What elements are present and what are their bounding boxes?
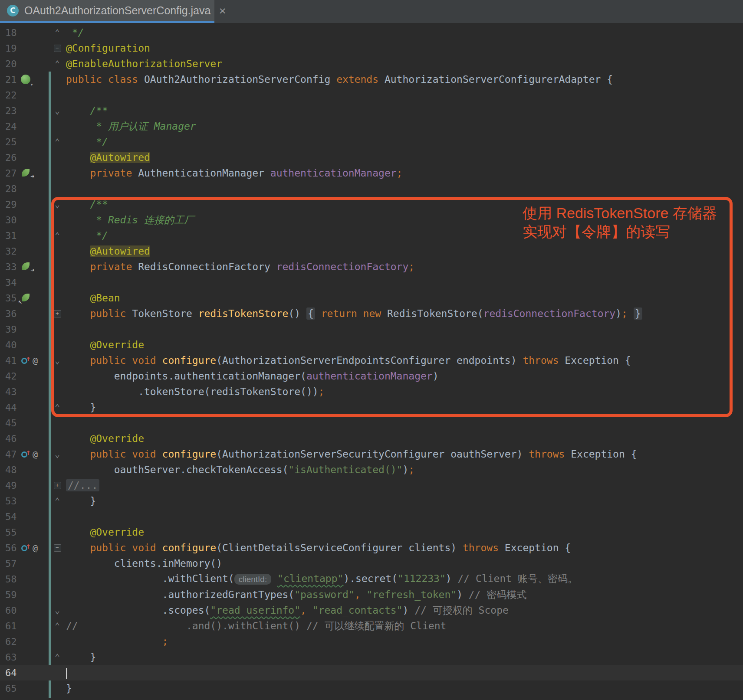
code-line-49[interactable]: 49+//...: [0, 478, 743, 493]
line-number[interactable]: 61: [0, 621, 20, 631]
fold-marker[interactable]: ⌃: [49, 652, 66, 662]
code-line-62[interactable]: 62 ;: [0, 634, 743, 649]
line-number[interactable]: 64: [0, 667, 20, 678]
file-tab[interactable]: C OAuth2AuthorizationServerConfig.java ×: [0, 0, 214, 21]
line-number[interactable]: 59: [0, 589, 20, 600]
code-line-63[interactable]: 63⌃ }: [0, 649, 743, 665]
autowired-icon[interactable]: ➜: [20, 261, 32, 273]
line-number[interactable]: 62: [0, 636, 20, 647]
code-line-29[interactable]: 29⌄ /**: [0, 196, 743, 212]
line-number[interactable]: 34: [0, 277, 20, 288]
code-line-36[interactable]: 36+ public TokenStore redisTokenStore() …: [0, 306, 743, 321]
line-number[interactable]: 45: [0, 418, 20, 429]
code-line-44[interactable]: 44⌃ }: [0, 399, 743, 415]
fold-marker[interactable]: ⌃: [49, 137, 66, 147]
code-line-22[interactable]: 22: [0, 87, 743, 103]
tab-close-icon[interactable]: ×: [218, 5, 226, 16]
line-number[interactable]: 65: [0, 683, 20, 694]
code-line-57[interactable]: 57 clients.inMemory(): [0, 556, 743, 571]
spring-bean-class-icon[interactable]: ▾: [20, 74, 32, 85]
code-line-55[interactable]: 55 @Override: [0, 524, 743, 540]
line-number[interactable]: 20: [0, 59, 20, 69]
code-line-33[interactable]: 33➜ private RedisConnectionFactory redis…: [0, 259, 743, 275]
line-number[interactable]: 44: [0, 402, 20, 413]
code-line-41[interactable]: 41↑@⌄ public void configure(Authorizatio…: [0, 353, 743, 368]
fold-marker[interactable]: ⌃: [49, 59, 66, 69]
override-method-icon[interactable]: ↑@: [20, 448, 41, 460]
line-number[interactable]: 46: [0, 433, 20, 444]
fold-marker[interactable]: ⌄: [49, 105, 66, 116]
code-line-34[interactable]: 34: [0, 275, 743, 290]
line-number[interactable]: 19: [0, 43, 20, 54]
code-line-48[interactable]: 48 oauthServer.checkTokenAccess("isAuthe…: [0, 462, 743, 478]
code-line-35[interactable]: 35↖ @Bean: [0, 290, 743, 306]
line-number[interactable]: 43: [0, 386, 20, 397]
line-number[interactable]: 25: [0, 137, 20, 147]
code-line-27[interactable]: 27➜ private AuthenticationManager authen…: [0, 165, 743, 181]
line-number[interactable]: 55: [0, 527, 20, 538]
line-number[interactable]: 54: [0, 511, 20, 522]
line-number[interactable]: 27: [0, 168, 20, 179]
bean-method-icon[interactable]: ↖: [20, 292, 32, 304]
fold-marker[interactable]: −: [49, 45, 66, 52]
line-number[interactable]: 58: [0, 574, 20, 585]
code-line-64[interactable]: 64: [0, 665, 743, 680]
code-line-42[interactable]: 42 endpoints.authenticationManager(authe…: [0, 368, 743, 384]
line-number[interactable]: 57: [0, 558, 20, 569]
code-line-59[interactable]: 59 .authorizedGrantTypes("password", "re…: [0, 587, 743, 602]
fold-marker[interactable]: +: [49, 310, 66, 317]
line-number[interactable]: 35: [0, 293, 20, 304]
fold-marker[interactable]: ⌄: [49, 605, 66, 615]
code-line-26[interactable]: 26 @Autowired: [0, 150, 743, 165]
code-line-18[interactable]: 18⌃ */: [0, 25, 743, 40]
code-line-30[interactable]: 30 * Redis 连接的工厂: [0, 212, 743, 228]
code-line-54[interactable]: 54: [0, 509, 743, 524]
line-number[interactable]: 21: [0, 74, 20, 85]
line-number[interactable]: 32: [0, 246, 20, 257]
line-number[interactable]: 36: [0, 308, 20, 319]
fold-marker[interactable]: ⌄: [49, 449, 66, 459]
fold-marker[interactable]: ⌃: [49, 230, 66, 241]
code-line-19[interactable]: 19−@Configuration: [0, 40, 743, 56]
code-line-58[interactable]: 58 .withClient(clientId: "clientapp").se…: [0, 571, 743, 587]
line-number[interactable]: 49: [0, 480, 20, 491]
line-number[interactable]: 26: [0, 152, 20, 163]
override-method-icon[interactable]: ↑@: [20, 355, 41, 366]
line-number[interactable]: 42: [0, 371, 20, 382]
code-line-24[interactable]: 24 * 用户认证 Manager: [0, 118, 743, 134]
line-number[interactable]: 31: [0, 230, 20, 241]
fold-marker[interactable]: −: [49, 544, 66, 552]
fold-marker[interactable]: ⌃: [49, 496, 66, 506]
line-number[interactable]: 23: [0, 105, 20, 116]
code-line-21[interactable]: 21▾public class OAuth2AuthorizationServe…: [0, 72, 743, 87]
line-number[interactable]: 47: [0, 449, 20, 460]
fold-marker[interactable]: ⌃: [49, 27, 66, 38]
line-number[interactable]: 39: [0, 324, 20, 335]
line-number[interactable]: 48: [0, 464, 20, 475]
line-number[interactable]: 24: [0, 121, 20, 132]
code-line-40[interactable]: 40 @Override: [0, 337, 743, 353]
line-number[interactable]: 41: [0, 355, 20, 366]
code-line-31[interactable]: 31⌃ */: [0, 228, 743, 243]
code-line-45[interactable]: 45: [0, 415, 743, 431]
line-number[interactable]: 53: [0, 496, 20, 507]
override-method-icon[interactable]: ↑@: [20, 542, 41, 554]
line-number[interactable]: 18: [0, 27, 20, 38]
code-line-43[interactable]: 43 .tokenStore(redisTokenStore());: [0, 384, 743, 399]
code-editor[interactable]: 18⌃ */19−@Configuration20⌃@EnableAuthori…: [0, 23, 743, 700]
line-number[interactable]: 56: [0, 543, 20, 553]
code-line-25[interactable]: 25⌃ */: [0, 134, 743, 150]
line-number[interactable]: 33: [0, 262, 20, 272]
fold-marker[interactable]: ⌄: [49, 355, 66, 366]
line-number[interactable]: 30: [0, 215, 20, 226]
code-line-20[interactable]: 20⌃@EnableAuthorizationServer: [0, 56, 743, 72]
code-line-53[interactable]: 53⌃ }: [0, 493, 743, 509]
code-line-39[interactable]: 39: [0, 321, 743, 337]
code-line-47[interactable]: 47↑@⌄ public void configure(Authorizatio…: [0, 446, 743, 462]
fold-marker[interactable]: +: [49, 482, 66, 489]
line-number[interactable]: 63: [0, 652, 20, 663]
autowired-icon[interactable]: ➜: [20, 167, 32, 179]
fold-marker[interactable]: ⌄: [49, 199, 66, 209]
code-line-61[interactable]: 61⌃// .and().withClient() // 可以继续配置新的 Cl…: [0, 618, 743, 634]
fold-marker[interactable]: ⌃: [49, 402, 66, 412]
